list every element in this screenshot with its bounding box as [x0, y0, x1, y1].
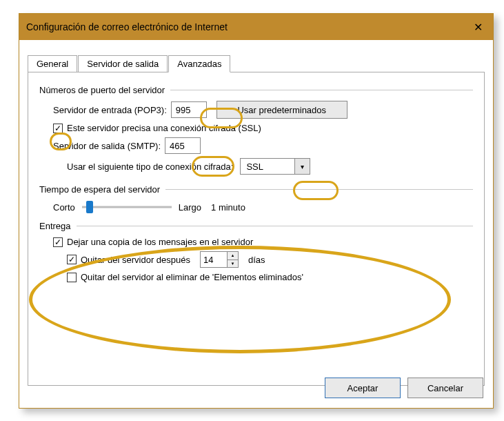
- tab-outgoing-server[interactable]: Servidor de salida: [78, 55, 168, 72]
- row-outgoing-port: Servidor de salida (SMTP):: [53, 137, 473, 154]
- close-button[interactable]: ✕: [468, 17, 487, 37]
- remove-after-label: Quitar del servidor después: [81, 255, 190, 265]
- dialog-buttons: Aceptar Cancelar: [325, 378, 483, 398]
- outgoing-port-label: Servidor de salida (SMTP):: [53, 141, 161, 151]
- spin-down-icon[interactable]: ▼: [228, 260, 238, 268]
- close-icon: ✕: [474, 21, 483, 34]
- group-label: Entrega: [39, 221, 71, 231]
- leave-copy-label: Dejar una copia de los mensajes en el se…: [67, 237, 253, 247]
- row-remove-on-delete: Quitar del servidor al eliminar de 'Elem…: [67, 272, 473, 282]
- spin-up-icon[interactable]: ▲: [228, 252, 238, 260]
- chevron-down-icon: ▾: [294, 159, 310, 174]
- ssl-required-checkbox[interactable]: [53, 124, 63, 133]
- dialog-window: Configuración de correo electrónico de I…: [19, 13, 494, 409]
- incoming-port-input[interactable]: [171, 101, 207, 118]
- row-incoming-port: Servidor de entrada (POP3): Usar predete…: [53, 101, 473, 119]
- tab-general[interactable]: General: [28, 55, 77, 72]
- titlebar: Configuración de correo electrónico de I…: [19, 14, 493, 40]
- timeout-value: 1 minuto: [211, 202, 245, 213]
- incoming-port-label: Servidor de entrada (POP3):: [53, 105, 167, 115]
- timeout-slider[interactable]: [82, 200, 172, 214]
- cancel-button[interactable]: Cancelar: [407, 378, 483, 398]
- use-defaults-button[interactable]: Usar predeterminados: [216, 101, 347, 119]
- group-divider: [165, 189, 473, 190]
- row-encryption-type: Usar el siguiente tipo de conexión cifra…: [67, 158, 473, 175]
- client-area: General Servidor de salida Avanzadas Núm…: [28, 54, 485, 400]
- row-remove-after: Quitar del servidor después 14 ▲ ▼ días: [67, 251, 473, 268]
- window-title: Configuración de correo electrónico de I…: [26, 21, 228, 32]
- group-divider: [170, 90, 473, 90]
- group-label: Números de puerto del servidor: [39, 85, 165, 95]
- remove-after-checkbox[interactable]: [67, 255, 77, 264]
- tabstrip: General Servidor de salida Avanzadas: [28, 54, 485, 72]
- group-server-timeout: Tiempo de espera del servidor: [39, 184, 473, 195]
- days-label: días: [248, 255, 265, 265]
- tab-panel-advanced: Números de puerto del servidor Servidor …: [28, 72, 485, 386]
- group-server-ports: Números de puerto del servidor: [39, 85, 473, 95]
- encryption-type-select[interactable]: SSL ▾: [240, 158, 310, 175]
- ok-button[interactable]: Aceptar: [325, 378, 401, 398]
- encryption-type-label: Usar el siguiente tipo de conexión cifra…: [67, 161, 233, 172]
- tab-advanced[interactable]: Avanzadas: [168, 55, 230, 72]
- remove-on-delete-checkbox[interactable]: [67, 273, 77, 282]
- timeout-short-label: Corto: [53, 202, 75, 213]
- ssl-required-label: Este servidor precisa una conexión cifra…: [67, 123, 261, 133]
- encryption-type-value: SSL: [241, 161, 294, 172]
- slider-track: [82, 206, 172, 208]
- remove-on-delete-label: Quitar del servidor al eliminar de 'Elem…: [81, 272, 303, 282]
- row-ssl-checkbox: Este servidor precisa una conexión cifra…: [53, 123, 473, 133]
- row-leave-copy: Dejar una copia de los mensajes en el se…: [53, 237, 473, 247]
- group-label: Tiempo de espera del servidor: [39, 184, 160, 195]
- row-timeout-slider: Corto Largo 1 minuto: [53, 200, 473, 214]
- remove-after-days-spinner[interactable]: 14 ▲ ▼: [200, 251, 239, 268]
- outgoing-port-input[interactable]: [165, 137, 201, 154]
- slider-thumb: [86, 201, 93, 213]
- timeout-long-label: Largo: [179, 202, 201, 213]
- group-divider: [77, 226, 473, 226]
- leave-copy-checkbox[interactable]: [53, 237, 63, 247]
- remove-after-days-value: 14: [201, 252, 227, 267]
- group-delivery: Entrega: [39, 221, 473, 231]
- spinner-buttons: ▲ ▼: [227, 252, 238, 267]
